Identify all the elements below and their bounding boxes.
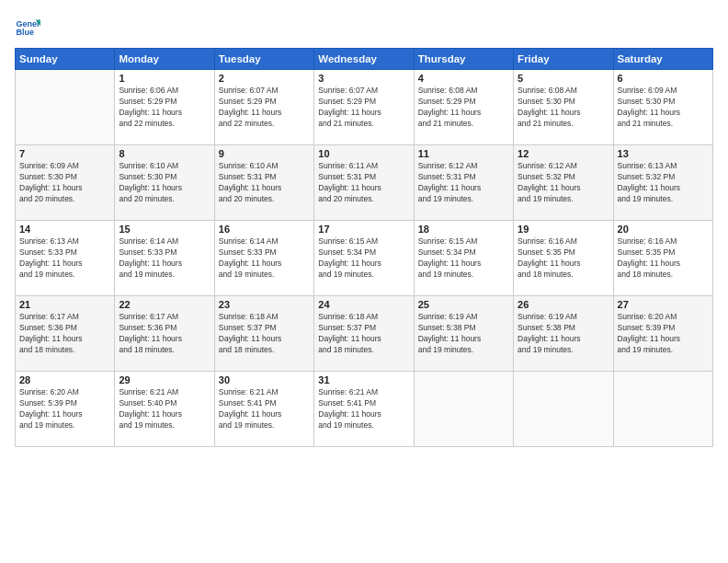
day-number: 6 bbox=[618, 73, 709, 84]
day-cell: 4Sunrise: 6:08 AMSunset: 5:29 PMDaylight… bbox=[414, 70, 513, 145]
day-info: Sunrise: 6:06 AMSunset: 5:29 PMDaylight:… bbox=[119, 86, 210, 130]
day-info: Sunrise: 6:08 AMSunset: 5:30 PMDaylight:… bbox=[518, 86, 609, 130]
day-number: 22 bbox=[119, 299, 210, 310]
day-cell bbox=[613, 372, 712, 447]
day-info: Sunrise: 6:12 AMSunset: 5:31 PMDaylight:… bbox=[418, 161, 509, 205]
day-cell: 16Sunrise: 6:14 AMSunset: 5:33 PMDayligh… bbox=[214, 221, 313, 296]
day-info: Sunrise: 6:15 AMSunset: 5:34 PMDaylight:… bbox=[418, 236, 509, 281]
day-header-monday: Monday bbox=[115, 49, 214, 70]
day-info: Sunrise: 6:13 AMSunset: 5:32 PMDaylight:… bbox=[618, 161, 709, 205]
day-info: Sunrise: 6:19 AMSunset: 5:38 PMDaylight:… bbox=[518, 312, 609, 356]
day-info: Sunrise: 6:09 AMSunset: 5:30 PMDaylight:… bbox=[618, 86, 709, 130]
day-info: Sunrise: 6:12 AMSunset: 5:32 PMDaylight:… bbox=[518, 161, 609, 205]
day-cell: 6Sunrise: 6:09 AMSunset: 5:30 PMDaylight… bbox=[613, 70, 712, 145]
day-cell: 22Sunrise: 6:17 AMSunset: 5:36 PMDayligh… bbox=[115, 296, 214, 372]
day-cell: 14Sunrise: 6:13 AMSunset: 5:33 PMDayligh… bbox=[16, 221, 115, 296]
day-cell: 5Sunrise: 6:08 AMSunset: 5:30 PMDaylight… bbox=[514, 70, 613, 145]
day-number: 28 bbox=[19, 374, 110, 385]
week-row-4: 21Sunrise: 6:17 AMSunset: 5:36 PMDayligh… bbox=[16, 296, 713, 372]
day-cell: 19Sunrise: 6:16 AMSunset: 5:35 PMDayligh… bbox=[514, 221, 613, 296]
day-cell: 8Sunrise: 6:10 AMSunset: 5:30 PMDaylight… bbox=[115, 145, 214, 221]
day-cell: 11Sunrise: 6:12 AMSunset: 5:31 PMDayligh… bbox=[414, 145, 513, 221]
logo: General Blue bbox=[15, 15, 44, 40]
day-header-saturday: Saturday bbox=[613, 49, 712, 70]
calendar-header: SundayMondayTuesdayWednesdayThursdayFrid… bbox=[16, 49, 713, 70]
day-info: Sunrise: 6:15 AMSunset: 5:34 PMDaylight:… bbox=[318, 236, 409, 281]
week-row-3: 14Sunrise: 6:13 AMSunset: 5:33 PMDayligh… bbox=[16, 221, 713, 296]
day-cell: 31Sunrise: 6:21 AMSunset: 5:41 PMDayligh… bbox=[314, 372, 414, 447]
day-number: 31 bbox=[318, 374, 409, 385]
day-number: 5 bbox=[518, 73, 609, 84]
day-number: 16 bbox=[219, 224, 310, 235]
day-cell bbox=[16, 70, 115, 145]
day-info: Sunrise: 6:14 AMSunset: 5:33 PMDaylight:… bbox=[219, 236, 310, 281]
day-cell: 1Sunrise: 6:06 AMSunset: 5:29 PMDaylight… bbox=[115, 70, 214, 145]
day-info: Sunrise: 6:16 AMSunset: 5:35 PMDaylight:… bbox=[518, 236, 609, 281]
day-number: 8 bbox=[119, 148, 210, 159]
day-info: Sunrise: 6:20 AMSunset: 5:39 PMDaylight:… bbox=[19, 387, 110, 431]
day-number: 27 bbox=[618, 299, 709, 310]
day-cell: 17Sunrise: 6:15 AMSunset: 5:34 PMDayligh… bbox=[314, 221, 414, 296]
day-number: 17 bbox=[318, 224, 409, 235]
logo-icon: General Blue bbox=[15, 15, 40, 40]
day-number: 9 bbox=[219, 148, 310, 159]
header-row: SundayMondayTuesdayWednesdayThursdayFrid… bbox=[16, 49, 713, 70]
week-row-2: 7Sunrise: 6:09 AMSunset: 5:30 PMDaylight… bbox=[16, 145, 713, 221]
day-cell: 20Sunrise: 6:16 AMSunset: 5:35 PMDayligh… bbox=[613, 221, 712, 296]
day-number: 1 bbox=[119, 73, 210, 84]
day-header-tuesday: Tuesday bbox=[214, 49, 313, 70]
day-cell: 24Sunrise: 6:18 AMSunset: 5:37 PMDayligh… bbox=[314, 296, 414, 372]
day-info: Sunrise: 6:18 AMSunset: 5:37 PMDaylight:… bbox=[219, 312, 310, 356]
day-cell: 13Sunrise: 6:13 AMSunset: 5:32 PMDayligh… bbox=[613, 145, 712, 221]
day-number: 10 bbox=[318, 148, 409, 159]
day-number: 12 bbox=[518, 148, 609, 159]
day-cell: 26Sunrise: 6:19 AMSunset: 5:38 PMDayligh… bbox=[514, 296, 613, 372]
day-header-friday: Friday bbox=[514, 49, 613, 70]
day-number: 7 bbox=[19, 148, 110, 159]
day-info: Sunrise: 6:18 AMSunset: 5:37 PMDaylight:… bbox=[318, 312, 409, 356]
day-info: Sunrise: 6:07 AMSunset: 5:29 PMDaylight:… bbox=[318, 86, 409, 130]
day-header-sunday: Sunday bbox=[16, 49, 115, 70]
day-cell: 21Sunrise: 6:17 AMSunset: 5:36 PMDayligh… bbox=[16, 296, 115, 372]
day-info: Sunrise: 6:13 AMSunset: 5:33 PMDaylight:… bbox=[19, 236, 110, 281]
calendar-body: 1Sunrise: 6:06 AMSunset: 5:29 PMDaylight… bbox=[16, 70, 713, 447]
main-container: General Blue SundayMondayTuesdayWednesda… bbox=[0, 0, 728, 454]
day-cell bbox=[414, 372, 513, 447]
day-info: Sunrise: 6:14 AMSunset: 5:33 PMDaylight:… bbox=[119, 236, 210, 281]
day-number: 24 bbox=[318, 299, 409, 310]
day-info: Sunrise: 6:10 AMSunset: 5:31 PMDaylight:… bbox=[219, 161, 310, 205]
day-cell: 12Sunrise: 6:12 AMSunset: 5:32 PMDayligh… bbox=[514, 145, 613, 221]
day-info: Sunrise: 6:20 AMSunset: 5:39 PMDaylight:… bbox=[618, 312, 709, 356]
day-cell: 18Sunrise: 6:15 AMSunset: 5:34 PMDayligh… bbox=[414, 221, 513, 296]
day-cell: 27Sunrise: 6:20 AMSunset: 5:39 PMDayligh… bbox=[613, 296, 712, 372]
day-info: Sunrise: 6:17 AMSunset: 5:36 PMDaylight:… bbox=[19, 312, 110, 356]
day-info: Sunrise: 6:17 AMSunset: 5:36 PMDaylight:… bbox=[119, 312, 210, 356]
day-info: Sunrise: 6:16 AMSunset: 5:35 PMDaylight:… bbox=[618, 236, 709, 281]
day-info: Sunrise: 6:21 AMSunset: 5:40 PMDaylight:… bbox=[119, 387, 210, 431]
day-number: 26 bbox=[518, 299, 609, 310]
day-number: 15 bbox=[119, 224, 210, 235]
day-cell bbox=[514, 372, 613, 447]
day-number: 3 bbox=[318, 73, 409, 84]
day-info: Sunrise: 6:08 AMSunset: 5:29 PMDaylight:… bbox=[418, 86, 509, 130]
day-info: Sunrise: 6:19 AMSunset: 5:38 PMDaylight:… bbox=[418, 312, 509, 356]
day-cell: 23Sunrise: 6:18 AMSunset: 5:37 PMDayligh… bbox=[214, 296, 313, 372]
day-info: Sunrise: 6:21 AMSunset: 5:41 PMDaylight:… bbox=[219, 387, 310, 431]
week-row-5: 28Sunrise: 6:20 AMSunset: 5:39 PMDayligh… bbox=[16, 372, 713, 447]
day-number: 13 bbox=[618, 148, 709, 159]
day-cell: 7Sunrise: 6:09 AMSunset: 5:30 PMDaylight… bbox=[16, 145, 115, 221]
day-cell: 10Sunrise: 6:11 AMSunset: 5:31 PMDayligh… bbox=[314, 145, 414, 221]
day-number: 29 bbox=[119, 374, 210, 385]
day-header-wednesday: Wednesday bbox=[314, 49, 414, 70]
day-cell: 15Sunrise: 6:14 AMSunset: 5:33 PMDayligh… bbox=[115, 221, 214, 296]
day-number: 18 bbox=[418, 224, 509, 235]
calendar-table: SundayMondayTuesdayWednesdayThursdayFrid… bbox=[15, 48, 713, 447]
day-number: 25 bbox=[418, 299, 509, 310]
day-cell: 25Sunrise: 6:19 AMSunset: 5:38 PMDayligh… bbox=[414, 296, 513, 372]
day-info: Sunrise: 6:09 AMSunset: 5:30 PMDaylight:… bbox=[19, 161, 110, 205]
day-info: Sunrise: 6:21 AMSunset: 5:41 PMDaylight:… bbox=[318, 387, 409, 431]
day-number: 20 bbox=[618, 224, 709, 235]
day-number: 11 bbox=[418, 148, 509, 159]
day-cell: 9Sunrise: 6:10 AMSunset: 5:31 PMDaylight… bbox=[214, 145, 313, 221]
week-row-1: 1Sunrise: 6:06 AMSunset: 5:29 PMDaylight… bbox=[16, 70, 713, 145]
